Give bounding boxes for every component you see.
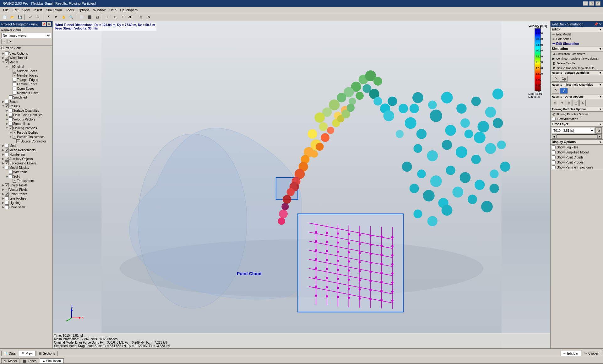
tree-item-2[interactable]: ▼✓Model bbox=[1, 60, 52, 64]
tree-check-8[interactable] bbox=[13, 87, 16, 90]
menu-edit[interactable]: Edit bbox=[11, 8, 20, 13]
tree-item-13[interactable]: ▶Surface Quantities bbox=[1, 108, 52, 113]
tree-check-6[interactable] bbox=[13, 78, 16, 82]
time-layer-collapse[interactable]: ▼ bbox=[599, 123, 602, 126]
show-simplified-model-check[interactable] bbox=[552, 150, 556, 154]
menu-developers[interactable]: Developers bbox=[118, 8, 140, 13]
tb-transparent[interactable]: ◱ bbox=[94, 14, 100, 21]
tree-item-6[interactable]: Triangle Edges bbox=[1, 78, 52, 82]
tb-open[interactable]: 📂 bbox=[9, 14, 16, 21]
tree-check-3[interactable]: ✓ bbox=[9, 65, 13, 68]
tree-expand-14[interactable]: ▶ bbox=[5, 113, 9, 116]
menu-insert[interactable]: Insert bbox=[31, 8, 44, 13]
tree-expand-1[interactable]: ▶ bbox=[1, 56, 5, 59]
pnav-close-btn[interactable]: ✕ bbox=[47, 22, 51, 26]
surface-cp-btn[interactable]: Cp bbox=[560, 76, 568, 82]
tree-item-10[interactable]: Simplified bbox=[1, 95, 52, 99]
named-view-del[interactable]: ✕ bbox=[8, 39, 13, 44]
tree-item-32[interactable]: ▶✓Point Probes bbox=[1, 192, 52, 196]
tree-expand-35[interactable]: ▶ bbox=[1, 206, 5, 209]
tree-item-17[interactable]: ▼✓Flowing Particles bbox=[1, 126, 52, 130]
show-point-clouds-check[interactable] bbox=[552, 155, 556, 159]
tree-expand-32[interactable]: ▶ bbox=[1, 192, 5, 195]
tb-new[interactable]: 📄 bbox=[1, 14, 8, 21]
tree-expand-31[interactable]: ▶ bbox=[1, 188, 5, 191]
tree-expand-16[interactable]: ▶ bbox=[5, 122, 9, 125]
tree-check-17[interactable]: ✓ bbox=[9, 126, 13, 130]
tree-item-34[interactable]: ▶Lighting bbox=[1, 201, 52, 205]
tb-fit[interactable]: ⊞ bbox=[138, 14, 144, 21]
tree-check-26[interactable] bbox=[5, 166, 9, 169]
tree-item-20[interactable]: ✓Source Connector bbox=[1, 139, 52, 143]
flow-animation-check[interactable] bbox=[552, 117, 556, 121]
results-surface-collapse[interactable]: ▼ bbox=[599, 71, 602, 74]
tb-solid[interactable]: ⬛ bbox=[86, 14, 93, 21]
tree-expand-25[interactable]: ▶ bbox=[1, 162, 5, 165]
tree-check-31[interactable]: ✓ bbox=[5, 188, 9, 191]
tree-item-9[interactable]: Members Lines bbox=[1, 91, 52, 95]
tree-expand-12[interactable]: ▼ bbox=[1, 104, 5, 108]
tree-expand-22[interactable]: ▶ bbox=[1, 148, 5, 152]
tb-rotate[interactable]: ⟳ bbox=[53, 14, 60, 21]
time-layer-select[interactable]: T010 - 3.81 [s] bbox=[552, 128, 595, 133]
tb-save[interactable]: 💾 bbox=[16, 14, 23, 21]
show-particle-trajectories-check[interactable] bbox=[552, 165, 556, 169]
tree-item-19[interactable]: ▼✓Particle Trajectories bbox=[1, 135, 52, 139]
results-other-collapse[interactable]: ▼ bbox=[599, 95, 602, 98]
tab-sections[interactable]: ▦ Sections bbox=[36, 351, 58, 356]
flow-velocity-btn[interactable]: V bbox=[560, 88, 568, 94]
tb-settings[interactable]: ⚙ bbox=[145, 14, 152, 21]
tree-expand-15[interactable]: ▶ bbox=[5, 118, 9, 121]
tb-zoom[interactable]: 🔍 bbox=[68, 14, 75, 21]
tree-expand-21[interactable]: ▶ bbox=[1, 144, 5, 147]
tb-top[interactable]: T bbox=[119, 14, 126, 21]
tree-expand-19[interactable]: ▼ bbox=[9, 135, 13, 138]
time-layer-settings[interactable]: ⚙ bbox=[595, 127, 602, 134]
tree-check-23[interactable] bbox=[5, 153, 9, 156]
tree-item-28[interactable]: ▶Solid bbox=[1, 174, 52, 179]
tab-data[interactable]: 📊 Data bbox=[1, 351, 18, 356]
other-btn5[interactable]: ✎ bbox=[579, 100, 586, 106]
tree-check-4[interactable]: ✓ bbox=[13, 69, 16, 73]
tree-item-25[interactable]: ▶✓Background Layers bbox=[1, 161, 52, 165]
tree-check-22[interactable]: ✓ bbox=[5, 148, 9, 152]
tree-expand-34[interactable]: ▶ bbox=[1, 201, 5, 204]
pnav-pin-btn[interactable]: 📌 bbox=[42, 22, 46, 26]
tree-item-33[interactable]: ▶Line Probes bbox=[1, 196, 52, 201]
tree-check-25[interactable]: ✓ bbox=[5, 161, 9, 165]
tree-check-35[interactable] bbox=[5, 205, 9, 209]
other-btn2[interactable]: □ bbox=[559, 100, 565, 106]
tree-check-15[interactable] bbox=[9, 117, 13, 121]
tree-item-18[interactable]: ▶✓Particle Bodies bbox=[1, 130, 52, 135]
tree-expand-0[interactable]: ▶ bbox=[1, 52, 5, 55]
subtab-simulation[interactable]: ▶ Simulation bbox=[40, 358, 64, 363]
tb-redo[interactable]: ↪ bbox=[35, 14, 41, 21]
tree-item-1[interactable]: ▶✓Wind Tunnel bbox=[1, 56, 52, 60]
tree-item-22[interactable]: ▶✓Mesh Refinements bbox=[1, 148, 52, 152]
flow-pressure-btn[interactable]: P bbox=[552, 88, 559, 94]
tb-undo[interactable]: ↩ bbox=[27, 14, 34, 21]
tree-expand-30[interactable]: ▶ bbox=[1, 184, 5, 187]
menu-file[interactable]: File bbox=[1, 8, 11, 13]
tree-check-32[interactable]: ✓ bbox=[5, 192, 9, 196]
continue-transient-item[interactable]: ▶ Continue Transient Flow Calcula... bbox=[551, 56, 603, 61]
tree-check-9[interactable] bbox=[13, 91, 16, 95]
tb-iso[interactable]: 3D bbox=[127, 14, 134, 21]
menu-view[interactable]: View bbox=[20, 8, 32, 13]
time-next-btn[interactable]: ▶ bbox=[597, 134, 602, 139]
tree-check-33[interactable] bbox=[5, 196, 9, 200]
menu-help[interactable]: Help bbox=[107, 8, 118, 13]
tree-check-24[interactable]: ✓ bbox=[5, 157, 9, 161]
tree-item-7[interactable]: Feature Edges bbox=[1, 82, 52, 86]
tree-item-31[interactable]: ▶✓Vector Fields bbox=[1, 187, 52, 192]
tree-item-4[interactable]: ✓Surface Faces bbox=[1, 69, 52, 73]
tree-item-30[interactable]: ▶✓Scalar Fields bbox=[1, 183, 52, 187]
tree-check-5[interactable]: ✓ bbox=[13, 73, 16, 77]
tree-item-26[interactable]: ▼Model Display bbox=[1, 165, 52, 170]
flowing-particles-collapse[interactable]: ▼ bbox=[599, 108, 602, 111]
viewport[interactable]: Wind Tunnel Dimensions: Dx = 124.94 m, D… bbox=[53, 21, 550, 348]
tb-back[interactable]: B bbox=[112, 14, 119, 21]
subtab-model[interactable]: 🏗 Model bbox=[1, 358, 19, 363]
tree-check-10[interactable] bbox=[9, 95, 13, 99]
tree-item-8[interactable]: Open Edges bbox=[1, 86, 52, 91]
